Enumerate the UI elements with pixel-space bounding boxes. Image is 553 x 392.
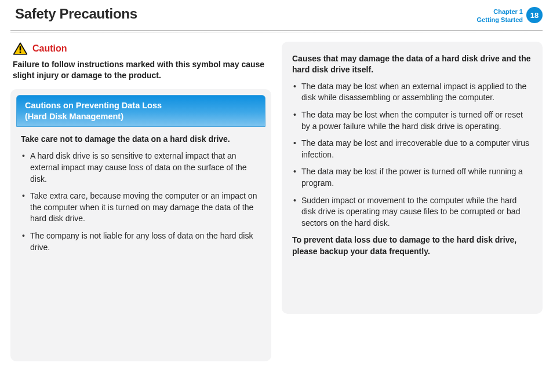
left-list: A hard disk drive is so sensitive to ext… (21, 151, 261, 253)
closing-note: To prevent data loss due to damage to th… (292, 235, 532, 257)
list-item: The data may be lost if the power is tur… (292, 166, 532, 189)
caution-label: Caution (32, 43, 67, 54)
caution-lead-text: Failure to follow instructions marked wi… (13, 59, 268, 81)
list-item: The data may be lost and irrecoverable d… (292, 138, 532, 160)
page-header: Safety Precautions Chapter 1 Getting Sta… (0, 0, 553, 30)
right-panel: Causes that may damage the data of a har… (282, 42, 543, 314)
left-subhead: Take care not to damage the data on a ha… (21, 134, 261, 145)
list-item: A hard disk drive is so sensitive to ext… (21, 151, 261, 185)
banner-line-1: Cautions on Preventing Data Loss (25, 100, 257, 111)
section-banner: Cautions on Preventing Data Loss (Hard D… (16, 95, 265, 127)
chapter-label: Chapter 1 Getting Started (477, 6, 523, 24)
list-item: The data may be lost when the computer i… (292, 109, 532, 132)
right-column: Causes that may damage the data of a har… (282, 42, 543, 361)
list-item: Sudden impact or movement to the compute… (292, 195, 532, 229)
header-divider (10, 30, 543, 34)
svg-rect-2 (20, 52, 21, 53)
banner-line-2: (Hard Disk Management) (25, 111, 257, 122)
caution-row: Caution (10, 42, 271, 56)
list-item: The data may be lost when an external im… (292, 81, 532, 104)
chapter-line-2: Getting Started (477, 16, 523, 24)
left-column: Caution Failure to follow instructions m… (10, 42, 271, 361)
right-subhead: Causes that may damage the data of a har… (292, 53, 532, 75)
chapter-line-1: Chapter 1 (477, 8, 523, 16)
svg-rect-1 (20, 46, 21, 50)
list-item: The company is not liable for any loss o… (21, 230, 261, 253)
page-title: Safety Precautions (15, 6, 137, 22)
warning-triangle-icon (13, 42, 28, 56)
left-panel: Cautions on Preventing Data Loss (Hard D… (10, 89, 271, 361)
list-item: Take extra care, because moving the comp… (21, 190, 261, 225)
content-columns: Caution Failure to follow instructions m… (0, 42, 553, 361)
page-number-badge: 18 (526, 7, 543, 23)
right-list: The data may be lost when an external im… (292, 81, 532, 229)
